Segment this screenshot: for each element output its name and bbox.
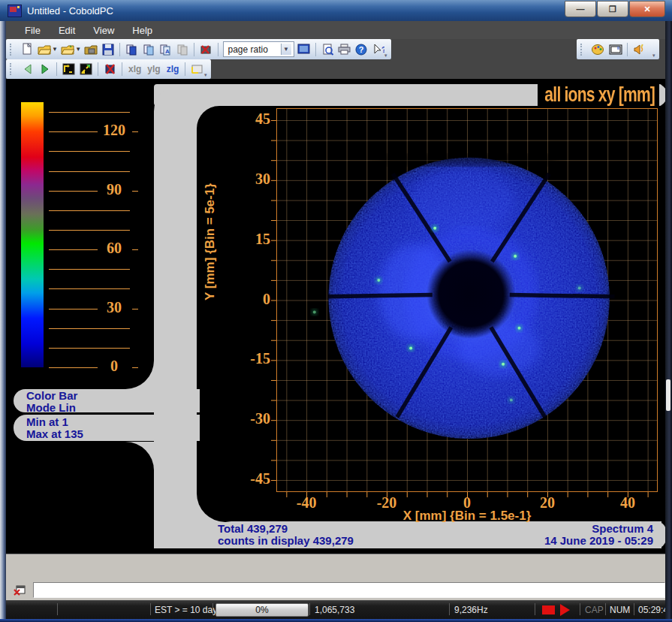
colorbar-tick-label: 30	[98, 299, 131, 316]
event-counter: 1,065,733	[315, 600, 354, 619]
toolbar-separator	[218, 43, 218, 56]
minimize-button[interactable]: —	[565, 1, 596, 17]
command-input[interactable]	[33, 582, 665, 598]
y-tick-label: 30	[227, 171, 270, 188]
y-tick-label: 15	[227, 231, 270, 248]
delete-spectrum-icon[interactable]	[102, 62, 118, 77]
fillet-carve	[97, 442, 154, 499]
open-project-icon[interactable]	[60, 41, 75, 57]
delete-command-icon[interactable]	[198, 41, 213, 57]
hotspot	[377, 279, 380, 282]
paste-icon-disabled	[175, 41, 190, 57]
open-file-dropdown-icon[interactable]: ▼	[52, 46, 58, 53]
y-tick-label: -30	[227, 410, 270, 427]
y-tick-label: 45	[227, 110, 270, 128]
y-tick-label: -45	[227, 470, 270, 488]
save-icon[interactable]	[101, 41, 116, 57]
menu-file[interactable]: File	[16, 23, 50, 38]
colorbar-range-label[interactable]: Min at 1Max at 135	[26, 416, 83, 440]
ylg-toggle[interactable]: ylg	[144, 64, 163, 74]
copy-spectrum-icon[interactable]	[124, 41, 139, 57]
page-ratio-value: page ratio	[228, 44, 275, 55]
spectrum-number: Spectrum 4	[544, 523, 653, 535]
hotspot	[518, 327, 521, 330]
detector-plot[interactable]	[270, 108, 658, 499]
cobold-window: Untitled - CoboldPC — ❐ ✕ File Edit View…	[0, 0, 672, 622]
hotspot	[578, 287, 581, 290]
y-tick-label: 0	[227, 291, 270, 308]
page-ratio-combobox[interactable]: page ratio ▼	[223, 41, 294, 57]
copy-image-icon[interactable]	[141, 41, 156, 57]
toolbar-separator	[119, 43, 120, 56]
toolbar-grip[interactable]	[10, 63, 14, 75]
y-tick-label: -15	[227, 350, 270, 367]
spoke-gap	[327, 294, 432, 296]
counts-info: Total 439,279 counts in display 439,279	[218, 523, 354, 547]
toolbar-separator	[627, 43, 628, 56]
fullscreen-icon[interactable]	[297, 41, 312, 57]
toolbar-separator	[194, 43, 194, 56]
toolbar-separator	[122, 62, 122, 76]
menu-view[interactable]: View	[84, 23, 123, 38]
maximize-button[interactable]: ❐	[597, 1, 628, 17]
open-project-dropdown-icon[interactable]: ▼	[75, 46, 81, 53]
colorbar-tick-label: 0	[98, 358, 131, 375]
progress-label: 0%	[255, 605, 268, 615]
daq-running-icon	[551, 600, 570, 619]
x-axis-label: X [mm] {Bin = 1.5e-1}	[276, 509, 658, 524]
new-document-icon[interactable]	[20, 41, 35, 57]
colorbar-mode-label[interactable]: Color BarMode Lin	[26, 390, 77, 414]
open-file-icon[interactable]	[36, 41, 51, 57]
toolbar-separator	[56, 62, 57, 76]
toolbar-overflow-icon[interactable]: ▾	[652, 53, 658, 58]
toolbar-grip[interactable]	[10, 44, 14, 56]
print-icon[interactable]	[336, 41, 351, 57]
hotspot	[510, 399, 513, 402]
hotspot	[502, 363, 505, 366]
title-bar[interactable]: Untitled - CoboldPC — ❐ ✕	[0, 0, 672, 21]
svg-text:?: ?	[359, 45, 364, 54]
hotspot	[409, 346, 412, 349]
zlg-toggle[interactable]: zlg	[164, 64, 182, 74]
command-row	[6, 580, 665, 600]
spectrum-info: Spectrum 4 14 June 2019 - 05:29	[544, 523, 653, 547]
context-help-icon[interactable]: ?	[370, 41, 385, 57]
print-preview-icon[interactable]	[320, 41, 335, 57]
page-ratio-dropdown-icon[interactable]: ▼	[281, 44, 291, 55]
zoom-spectrum-icon[interactable]	[61, 62, 77, 77]
status-bar: EST > = 10 days 0% 1,065,733 9,236Hz CAP…	[0, 600, 672, 619]
connector-tube-top	[154, 84, 197, 415]
menu-help[interactable]: Help	[123, 23, 161, 38]
num-lock-indicator: NUM	[610, 600, 630, 619]
toolbar-grip[interactable]	[580, 44, 585, 56]
menu-edit[interactable]: Edit	[50, 23, 84, 38]
total-counts: Total 439,279	[218, 523, 354, 535]
prev-spectrum-icon[interactable]	[20, 62, 35, 77]
window-title: Untitled - CoboldPC	[27, 5, 113, 17]
toolbar-overflow-icon[interactable]: ▾	[204, 72, 209, 77]
next-spectrum-icon[interactable]	[37, 62, 53, 77]
window-bottom-border	[0, 619, 672, 622]
toolbar-separator	[315, 43, 316, 56]
close-button[interactable]: ✕	[629, 1, 665, 17]
display-settings-icon[interactable]	[607, 41, 623, 57]
colorbar-ticks: 0306090120	[44, 102, 156, 367]
copy-text-icon[interactable]: A	[158, 41, 173, 57]
app-icon	[8, 5, 22, 17]
colorbar-tick-label: 60	[98, 240, 131, 257]
window-left-border[interactable]	[0, 21, 6, 619]
palette-icon[interactable]	[590, 41, 606, 57]
client-gap	[6, 554, 665, 581]
rate-display: 9,236Hz	[454, 600, 488, 619]
sound-icon[interactable]	[631, 41, 647, 57]
unzoom-spectrum-icon[interactable]	[78, 62, 94, 77]
import-file-icon[interactable]	[83, 41, 98, 57]
xlg-toggle[interactable]: xlg	[125, 64, 144, 74]
zoom-rect-icon[interactable]	[189, 62, 205, 77]
clear-command-icon[interactable]	[12, 582, 28, 598]
toolbar-main: ▼ ▼ A page ratio ▼ ? ? ▾	[0, 39, 672, 59]
window-right-border[interactable]	[665, 21, 672, 619]
toolbar-overflow-icon[interactable]: ▾	[384, 53, 390, 58]
help-icon[interactable]: ?	[354, 41, 369, 57]
spectrum-title-box: all ions xy [mm]	[538, 83, 659, 107]
